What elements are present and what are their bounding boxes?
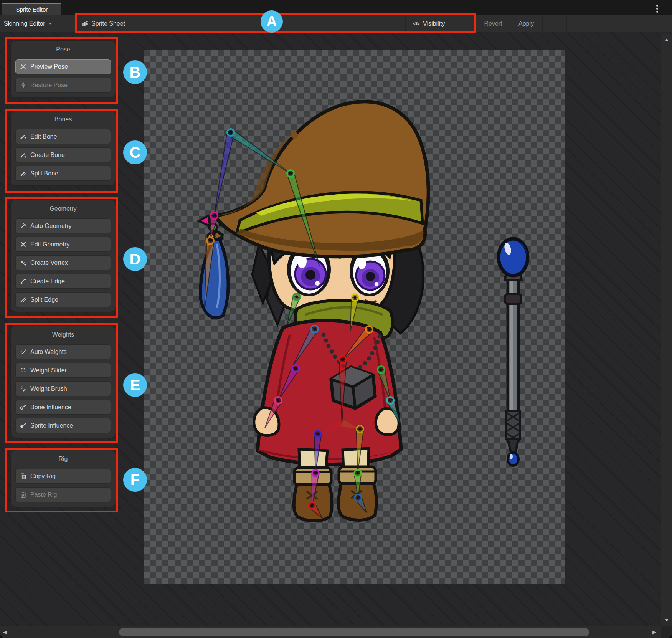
bone-create-icon (20, 152, 26, 159)
visibility-toggle[interactable]: Visibility (413, 15, 445, 32)
button-label: Split Edge (30, 296, 58, 303)
button-label: Sprite Influence (30, 422, 73, 429)
geometry-edit-icon (20, 241, 26, 248)
button-label: Bone Influence (30, 404, 71, 411)
tab-sprite-editor[interactable]: Sprite Editor (2, 3, 61, 15)
scrollbar-corner (661, 626, 672, 638)
copy-rig-button[interactable]: Copy Rig (15, 469, 111, 484)
sprite-sheet-label: Sprite Sheet (91, 20, 125, 27)
annotation-label-f: F (123, 468, 147, 492)
button-label: Create Edge (30, 278, 65, 285)
scroll-left-arrow[interactable]: ◀ (3, 630, 7, 635)
button-label: Auto Weights (30, 349, 67, 355)
revert-button[interactable]: Revert (477, 15, 509, 32)
button-label: Create Vertex (30, 259, 68, 266)
weights-auto-icon (20, 349, 26, 355)
button-label: Edit Bone (30, 133, 57, 140)
chevron-down-icon: ▼ (48, 22, 52, 26)
button-label: Weight Slider (30, 367, 67, 374)
paste-icon (20, 491, 26, 498)
bone-influence-button[interactable]: Bone Influence (15, 400, 111, 415)
sprite-influence-button[interactable]: Sprite Influence (15, 418, 111, 433)
eye-icon (413, 20, 420, 27)
edge-create-icon (20, 278, 26, 285)
toolbar-divider (405, 17, 406, 31)
bone (214, 132, 234, 216)
create-bone-button[interactable]: Create Bone (15, 147, 111, 162)
weight-brush-button[interactable]: Weight Brush (15, 381, 111, 396)
button-label: Edit Geometry (30, 241, 69, 248)
weight-brush-icon (20, 385, 26, 392)
scroll-up-arrow[interactable]: ▲ (664, 37, 669, 42)
restore-pose-button: Restore Pose (15, 78, 111, 93)
bone-influence-icon (20, 404, 26, 411)
toolbar-divider (75, 17, 76, 31)
mode-dropdown-label: Skinning Editor (4, 20, 45, 27)
button-label: Restore Pose (30, 82, 68, 89)
scroll-right-arrow[interactable]: ▶ (652, 630, 656, 635)
button-label: Paste Rig (30, 491, 57, 498)
panel-geometry: Geometry Auto GeometryEdit GeometryCreat… (10, 200, 116, 312)
horizontal-scrollbar-thumb[interactable] (119, 628, 589, 636)
staff (499, 239, 528, 466)
bone-edit-icon (20, 133, 26, 140)
annotation-label-e: E (123, 373, 147, 397)
paste-rig-button: Paste Rig (15, 487, 111, 502)
weight-slider-button[interactable]: Weight Slider (15, 363, 111, 378)
toolbar-divider (566, 17, 567, 31)
annotation-label-a: A (261, 10, 283, 33)
weight-slider-icon (20, 367, 26, 374)
sprite-sheet-icon (81, 20, 88, 27)
horizontal-scrollbar[interactable]: ◀ ▶ (0, 626, 661, 638)
button-label: Copy Rig (30, 473, 56, 480)
annotation-label-b: B (123, 60, 147, 84)
hat-tassel (198, 215, 230, 318)
button-label: Create Bone (30, 152, 65, 159)
panel-title: Pose (15, 44, 111, 59)
toolbar: Skinning Editor ▼ Sprite Sheet Visibilit… (0, 15, 672, 32)
panel-title: Geometry (15, 203, 111, 218)
panel-title: Rig (15, 453, 111, 469)
create-vertex-button[interactable]: Create Vertex (15, 255, 111, 270)
edit-bone-button[interactable]: Edit Bone (15, 129, 111, 144)
toolbar-divider (510, 17, 510, 31)
panel-title: Weights (15, 329, 111, 344)
mode-dropdown[interactable]: Skinning Editor ▼ (4, 15, 52, 32)
apply-button[interactable]: Apply (511, 15, 541, 32)
sprite-editor-window: Sprite Editor Skinning Editor ▼ Sprite S… (0, 0, 672, 638)
panel-pose: Pose Preview PoseRestore Pose (10, 40, 116, 98)
visibility-label: Visibility (423, 20, 445, 27)
pose-restore-icon (20, 82, 26, 89)
toolbar-divider (542, 17, 543, 31)
panel-rig: Rig Copy RigPaste Rig (10, 450, 116, 507)
auto-geometry-button[interactable]: Auto Geometry (15, 218, 111, 233)
create-edge-button[interactable]: Create Edge (15, 274, 111, 289)
titlebar: Sprite Editor (0, 0, 672, 15)
annotation-label-c: C (123, 140, 147, 164)
sprite-influence-icon (20, 422, 26, 429)
hat (216, 102, 428, 257)
bone-split-icon (20, 170, 26, 177)
vertex-create-icon (20, 259, 26, 266)
sprite-canvas[interactable] (144, 50, 565, 584)
kebab-menu-icon[interactable] (656, 3, 658, 14)
edit-geometry-button[interactable]: Edit Geometry (15, 237, 111, 252)
panel-weights: Weights Auto WeightsWeight SliderWeight … (10, 326, 116, 438)
button-label: Auto Geometry (30, 223, 72, 230)
button-label: Preview Pose (30, 63, 68, 70)
character-sprite (144, 50, 565, 584)
split-edge-button[interactable]: Split Edge (15, 292, 111, 307)
preview-pose-button[interactable]: Preview Pose (15, 59, 111, 74)
vertical-scrollbar[interactable]: ▲ ▼ (661, 34, 672, 626)
pose-preview-icon (20, 63, 26, 70)
split-bone-button[interactable]: Split Bone (15, 166, 111, 181)
annotation-label-d: D (123, 247, 147, 271)
geometry-auto-icon (20, 223, 26, 230)
sprite-sheet-button[interactable]: Sprite Sheet (81, 15, 125, 32)
toolbar-divider (150, 17, 150, 31)
button-label: Weight Brush (30, 385, 67, 392)
scroll-down-arrow[interactable]: ▼ (664, 618, 669, 623)
button-label: Split Bone (30, 170, 58, 177)
panel-title: Bones (15, 114, 111, 129)
auto-weights-button[interactable]: Auto Weights (15, 344, 111, 359)
